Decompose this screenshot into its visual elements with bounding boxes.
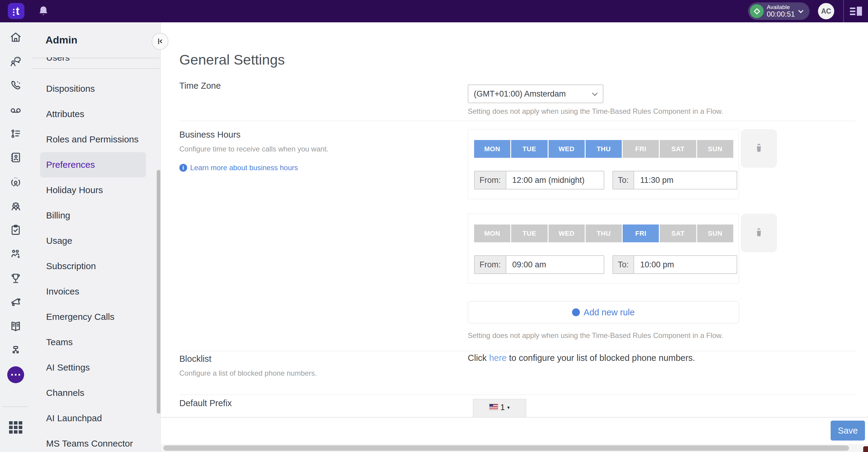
- gamification-icon[interactable]: [9, 272, 22, 285]
- add-rule-label: Add new rule: [584, 308, 634, 317]
- from-time-value[interactable]: 12:00 am (midnight): [506, 171, 585, 189]
- business-hours-learn-more[interactable]: i Learn more about business hours: [179, 164, 298, 172]
- sidebar-header: Admin: [32, 22, 160, 57]
- from-label: From:: [475, 171, 506, 189]
- sidebar-item-attributes[interactable]: Attributes: [40, 102, 146, 127]
- from-time-field[interactable]: From:12:00 am (midnight): [474, 171, 604, 190]
- tasks-icon[interactable]: [9, 223, 22, 236]
- day-sat-button[interactable]: SAT: [660, 225, 696, 242]
- sidebar-scrollbar-thumb[interactable]: [157, 170, 161, 414]
- timezone-selected-value: (GMT+01:00) Amsterdam: [474, 89, 566, 99]
- horizontal-scrollbar-thumb[interactable]: [163, 445, 849, 451]
- to-time-value[interactable]: 11:30 pm: [634, 171, 674, 189]
- sidebar-collapse-button[interactable]: [152, 33, 168, 50]
- sidebar-item-label: Teams: [46, 337, 73, 347]
- timezone-select[interactable]: (GMT+01:00) Amsterdam: [468, 84, 603, 103]
- default-prefix-label: Default Prefix: [179, 398, 232, 408]
- sidebar-item-label: Usage: [46, 236, 72, 246]
- day-wed-button[interactable]: WED: [549, 225, 585, 242]
- sidebar-item-usage[interactable]: Usage: [40, 228, 146, 253]
- logo-letter: t: [16, 6, 20, 17]
- sidebar-item-invoices[interactable]: Invoices: [40, 279, 146, 304]
- sidebar-item-ms-teams-connector[interactable]: MS Teams Connector: [40, 431, 146, 452]
- day-wed-button[interactable]: WED: [549, 140, 585, 158]
- day-selector: MONTUEWEDTHUFRISATSUN: [474, 140, 733, 158]
- agent-status-pill[interactable]: Available 00:00:51: [748, 2, 809, 20]
- sidebar-item-ai-settings[interactable]: AI Settings: [40, 355, 146, 380]
- home-icon[interactable]: [9, 30, 22, 44]
- announcements-icon[interactable]: [9, 296, 22, 309]
- day-fri-button[interactable]: FRI: [623, 140, 659, 158]
- contacts-icon[interactable]: [9, 151, 22, 164]
- day-mon-button[interactable]: MON: [474, 225, 510, 242]
- sidebar-item-label: Dispositions: [46, 84, 95, 94]
- voicemail-icon[interactable]: [9, 103, 22, 116]
- from-time-field[interactable]: From:09:00 am: [474, 255, 604, 274]
- sidebar-item-label: Emergency Calls: [46, 312, 115, 322]
- to-time-field[interactable]: To:11:30 pm: [613, 171, 737, 190]
- sidebar-item-ai-launchpad[interactable]: AI Launchpad: [40, 405, 146, 431]
- delete-rule-button[interactable]: [753, 143, 764, 154]
- sidebar-item-channels[interactable]: Channels: [40, 380, 146, 405]
- blocklist-instruction: Click here to configure your list of blo…: [468, 353, 695, 363]
- day-selector: MONTUEWEDTHUFRISATSUN: [474, 225, 733, 242]
- quality-icon[interactable]: [9, 247, 22, 260]
- notifications-bell-icon[interactable]: [37, 5, 50, 18]
- sidebar-item-subscription[interactable]: Subscription: [40, 253, 146, 279]
- side-panel-toggle-icon[interactable]: [850, 6, 863, 16]
- sidebar-item-emergency-calls[interactable]: Emergency Calls: [40, 304, 146, 330]
- from-time-value[interactable]: 09:00 am: [506, 256, 547, 273]
- sidebar-item-dispositions[interactable]: Dispositions: [40, 76, 146, 102]
- business-hours-label: Business Hours: [179, 130, 241, 140]
- to-time-value[interactable]: 10:00 pm: [634, 256, 674, 273]
- trash-icon: [753, 227, 764, 238]
- sidebar-item-billing[interactable]: Billing: [40, 203, 146, 228]
- day-thu-button[interactable]: THU: [586, 225, 622, 242]
- day-mon-button[interactable]: MON: [474, 140, 510, 158]
- sidebar-item-holiday-hours[interactable]: Holiday Hours: [40, 177, 146, 203]
- timezone-note: Setting does not apply when using the Ti…: [468, 107, 723, 116]
- calls-icon[interactable]: [9, 79, 22, 92]
- day-tue-button[interactable]: TUE: [511, 140, 547, 158]
- day-tue-button[interactable]: TUE: [511, 225, 547, 242]
- sidebar-item-label: Holiday Hours: [46, 185, 103, 195]
- from-label: From:: [475, 256, 506, 273]
- talkdesk-logo[interactable]: t: [8, 3, 24, 19]
- status-available-icon: [750, 4, 764, 18]
- day-sun-button[interactable]: SUN: [697, 140, 733, 158]
- day-sat-button[interactable]: SAT: [660, 140, 696, 158]
- conversations-icon[interactable]: [9, 55, 22, 68]
- chevron-down-icon: [592, 90, 597, 96]
- agents-icon[interactable]: [9, 175, 22, 189]
- apps-grid-icon[interactable]: [9, 421, 23, 434]
- horizontal-scrollbar-track[interactable]: [161, 444, 868, 452]
- more-ellipsis-icon[interactable]: [7, 366, 24, 383]
- knowledge-icon[interactable]: [9, 320, 22, 333]
- save-button[interactable]: Save: [831, 421, 865, 441]
- day-thu-button[interactable]: THU: [586, 140, 622, 158]
- delete-rule-panel: [741, 214, 777, 252]
- sidebar-item-preferences[interactable]: Preferences: [40, 152, 146, 177]
- add-new-rule-button[interactable]: + Add new rule: [468, 301, 739, 323]
- top-bar: t Available 00:00:51 AC: [0, 0, 868, 22]
- timezone-label: Time Zone: [179, 81, 221, 91]
- business-hours-description: Configure time to receive calls when you…: [179, 145, 329, 153]
- sidebar-item-users-clipped[interactable]: Users: [32, 57, 160, 68]
- sidebar-menu: Users DispositionsAttributesRoles and Pe…: [32, 57, 160, 452]
- learn-more-link[interactable]: Learn more about business hours: [190, 164, 298, 172]
- caret-down-icon: ▾: [507, 405, 510, 411]
- section-divider: [179, 395, 855, 395]
- to-label: To:: [613, 256, 634, 273]
- sidebar-item-roles-and-permissions[interactable]: Roles and Permissions: [40, 127, 146, 152]
- teams-icon[interactable]: [9, 199, 22, 213]
- delete-rule-button[interactable]: [753, 227, 764, 239]
- activity-icon[interactable]: [9, 127, 22, 140]
- blocklist-here-link[interactable]: here: [489, 353, 507, 363]
- flows-icon[interactable]: [9, 344, 22, 358]
- day-sun-button[interactable]: SUN: [697, 225, 733, 242]
- day-fri-button[interactable]: FRI: [623, 225, 659, 242]
- sidebar-item-teams[interactable]: Teams: [40, 330, 146, 355]
- user-avatar[interactable]: AC: [818, 3, 834, 19]
- app-icon-rail: [0, 22, 32, 452]
- to-time-field[interactable]: To:10:00 pm: [613, 255, 737, 274]
